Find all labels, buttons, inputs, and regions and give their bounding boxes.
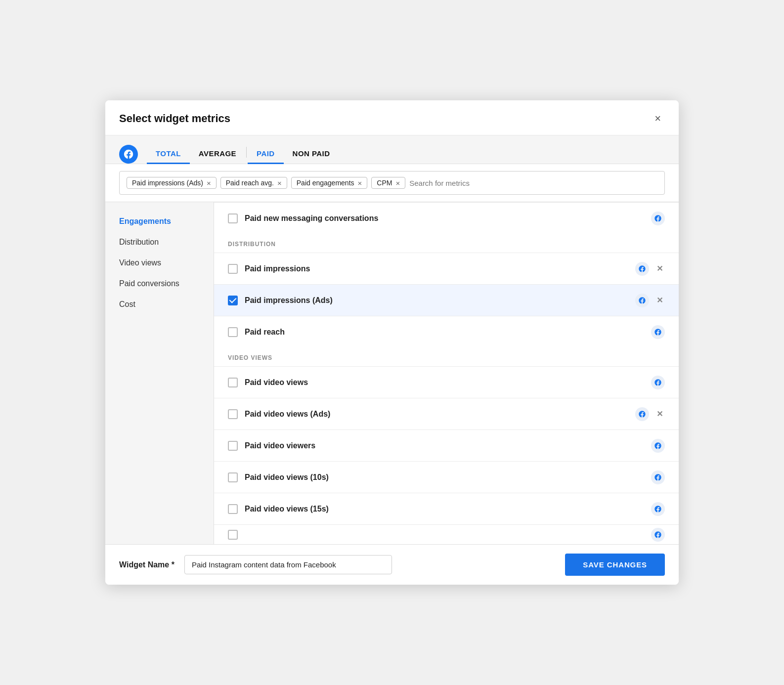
tab-group-paid-nonpaid: PAID NON PAID: [248, 144, 339, 164]
widget-name-label: Widget Name *: [119, 560, 174, 569]
facebook-platform-icon: [651, 528, 665, 542]
facebook-platform-icon: [651, 325, 665, 339]
metric-name-paid-impressions: Paid impressions: [245, 264, 628, 273]
close-button[interactable]: ×: [651, 111, 665, 126]
metric-icons-paid-new-messaging: [651, 212, 665, 225]
metric-icons-partial: [651, 528, 665, 542]
search-input[interactable]: [409, 179, 657, 187]
sidebar-item-paid-conversions[interactable]: Paid conversions: [105, 273, 214, 294]
facebook-platform-icon: [651, 376, 665, 389]
checkbox-paid-impressions-ads[interactable]: [228, 296, 238, 305]
modal-header: Select widget metrics ×: [105, 100, 679, 135]
sidebar-item-cost[interactable]: Cost: [105, 294, 214, 315]
metric-row-paid-reach: Paid reach: [214, 316, 679, 347]
metric-icons-paid-impressions: ✕: [635, 262, 665, 276]
metric-row-paid-impressions-ads: Paid impressions (Ads) ✕: [214, 284, 679, 316]
facebook-platform-icon: [651, 502, 665, 516]
tab-average[interactable]: AVERAGE: [190, 144, 245, 164]
modal-title: Select widget metrics: [119, 112, 230, 125]
facebook-platform-icon: [651, 212, 665, 225]
facebook-platform-icon: [635, 262, 649, 276]
checkbox-paid-new-messaging[interactable]: [228, 214, 238, 223]
metric-name-paid-video-views-10s: Paid video views (10s): [245, 473, 644, 482]
tabs-bar: TOTAL AVERAGE PAID NON PAID: [105, 135, 679, 164]
tab-total[interactable]: TOTAL: [147, 144, 190, 164]
section-video-views: VIDEO VIEWS: [214, 347, 679, 366]
remove-tag-paid-reach-avg[interactable]: ×: [277, 179, 282, 187]
sidebar-item-distribution[interactable]: Distribution: [105, 232, 214, 253]
section-distribution: DISTRIBUTION: [214, 234, 679, 253]
tag-paid-reach-avg: Paid reach avg. ×: [220, 177, 287, 189]
metric-row-paid-video-views: Paid video views: [214, 366, 679, 398]
metric-row-partial: [214, 524, 679, 544]
metric-icons-paid-impressions-ads: ✕: [635, 294, 665, 307]
tab-divider: [246, 147, 247, 158]
metric-icons-paid-reach: [651, 325, 665, 339]
search-inner: Paid impressions (Ads) × Paid reach avg.…: [119, 171, 665, 195]
checkbox-paid-video-views-ads[interactable]: [228, 409, 238, 419]
tab-paid[interactable]: PAID: [248, 144, 284, 164]
sidebar: Engagements Distribution Video views Pai…: [105, 202, 214, 544]
remove-tag-paid-impressions-ads[interactable]: ×: [207, 179, 211, 187]
tab-nonpaid[interactable]: NON PAID: [284, 144, 339, 164]
search-bar: Paid impressions (Ads) × Paid reach avg.…: [105, 164, 679, 202]
modal-body: Engagements Distribution Video views Pai…: [105, 202, 679, 544]
modal-footer: Widget Name * SAVE CHANGES: [105, 544, 679, 585]
metric-row-paid-video-views-ads: Paid video views (Ads) ✕: [214, 398, 679, 429]
checkbox-paid-video-views[interactable]: [228, 378, 238, 387]
x-platform-icon: ✕: [654, 263, 665, 274]
tab-group-total-average: TOTAL AVERAGE: [147, 144, 245, 164]
checkbox-paid-video-viewers[interactable]: [228, 441, 238, 451]
checkbox-paid-reach[interactable]: [228, 327, 238, 337]
tag-paid-impressions-ads: Paid impressions (Ads) ×: [127, 177, 217, 189]
metric-row-paid-video-viewers: Paid video viewers: [214, 429, 679, 461]
facebook-icon: [119, 145, 138, 164]
facebook-platform-icon: [635, 407, 649, 421]
metric-row-paid-new-messaging: Paid new messaging conversations: [214, 202, 679, 234]
metric-name-paid-video-views-ads: Paid video views (Ads): [245, 410, 628, 419]
sidebar-item-video-views[interactable]: Video views: [105, 253, 214, 273]
tag-cpm: CPM ×: [371, 177, 405, 189]
facebook-platform-icon: [651, 439, 665, 453]
remove-tag-cpm[interactable]: ×: [395, 179, 400, 187]
checkbox-paid-video-views-10s[interactable]: [228, 472, 238, 482]
modal: Select widget metrics × TOTAL AVERAGE PA…: [105, 100, 679, 585]
metric-name-paid-video-views: Paid video views: [245, 378, 644, 387]
metric-name-paid-video-views-15s: Paid video views (15s): [245, 505, 644, 514]
widget-name-input[interactable]: [184, 555, 392, 574]
checkbox-paid-impressions[interactable]: [228, 264, 238, 274]
metric-name-paid-new-messaging: Paid new messaging conversations: [245, 214, 644, 223]
x-platform-icon: ✕: [654, 409, 665, 420]
metric-row-paid-impressions: Paid impressions ✕: [214, 253, 679, 284]
checkbox-partial[interactable]: [228, 530, 238, 540]
checkbox-paid-video-views-15s[interactable]: [228, 504, 238, 514]
metric-name-paid-video-viewers: Paid video viewers: [245, 441, 644, 450]
sidebar-item-engagements[interactable]: Engagements: [105, 211, 214, 232]
x-platform-icon: ✕: [654, 295, 665, 306]
metric-icons-paid-video-views-15s: [651, 502, 665, 516]
metric-row-paid-video-views-15s: Paid video views (15s): [214, 493, 679, 524]
save-changes-button[interactable]: SAVE CHANGES: [565, 554, 665, 576]
metric-icons-paid-video-views-10s: [651, 471, 665, 484]
metric-name-paid-reach: Paid reach: [245, 328, 644, 337]
metric-icons-paid-video-views-ads: ✕: [635, 407, 665, 421]
metric-icons-paid-video-viewers: [651, 439, 665, 453]
metric-row-paid-video-views-10s: Paid video views (10s): [214, 461, 679, 493]
tag-paid-engagements: Paid engagements ×: [291, 177, 368, 189]
metric-icons-paid-video-views: [651, 376, 665, 389]
metric-name-paid-impressions-ads: Paid impressions (Ads): [245, 296, 628, 305]
metrics-list: Paid new messaging conversations DISTRIB…: [214, 202, 679, 544]
remove-tag-paid-engagements[interactable]: ×: [358, 179, 362, 187]
facebook-platform-icon: [635, 294, 649, 307]
facebook-platform-icon: [651, 471, 665, 484]
